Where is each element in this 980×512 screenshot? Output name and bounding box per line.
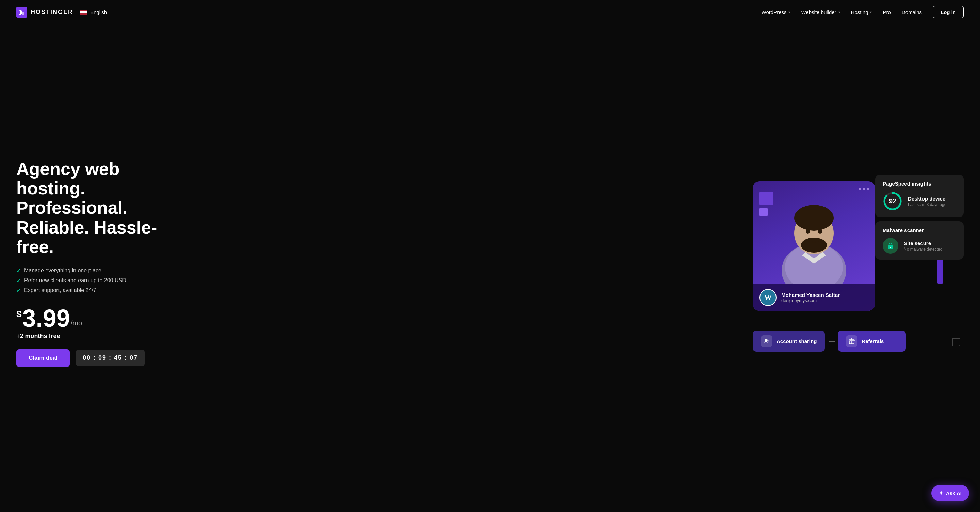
- svg-point-13: [765, 339, 767, 341]
- connector-line-v2: [959, 338, 960, 365]
- hero-title: Agency web hosting. Professional. Reliab…: [16, 160, 193, 257]
- check-icon: ✓: [16, 278, 21, 284]
- account-sharing-label: Account sharing: [776, 338, 817, 344]
- malware-card: Malware scanner Site secure No malware d…: [875, 221, 964, 260]
- connector-line-v1: [959, 256, 960, 276]
- malware-sub: No malware detected: [904, 247, 942, 252]
- chevron-down-icon: ▾: [870, 10, 872, 14]
- price-main: $ 3.99 /mo: [16, 306, 193, 330]
- hero-section: Agency web hosting. Professional. Reliab…: [0, 24, 980, 509]
- logo[interactable]: HOSTINGER: [16, 7, 73, 18]
- svg-point-12: [890, 247, 891, 248]
- malware-content: Site secure No malware detected: [883, 238, 956, 254]
- login-button[interactable]: Log in: [933, 6, 964, 18]
- flag-icon: [80, 10, 88, 15]
- last-scan-label: Last scan 3 days ago: [908, 202, 946, 207]
- price-block: $ 3.99 /mo +2 months free: [16, 306, 193, 340]
- cta-row: Claim deal 00 : 09 : 45 : 07: [16, 349, 193, 367]
- profile-url: designbymys.com: [781, 298, 840, 303]
- language-label: English: [90, 9, 107, 15]
- price-dollar: $: [16, 309, 22, 320]
- person-svg: [776, 192, 851, 284]
- score-circle: 92: [883, 191, 902, 211]
- profile-card: W Mohamed Yaseen Sattar designbymys.com: [753, 182, 875, 311]
- ask-ai-button[interactable]: ✦ Ask AI: [931, 485, 969, 501]
- wp-icon: W: [764, 293, 772, 302]
- sparkle-icon: ✦: [939, 490, 943, 496]
- device-label: Desktop device: [908, 196, 946, 201]
- nav-right: WordPress ▾ Website builder ▾ Hosting ▾ …: [762, 6, 964, 18]
- svg-point-14: [767, 340, 769, 341]
- malware-title: Malware scanner: [883, 227, 956, 233]
- referrals-icon: [846, 335, 858, 347]
- check-icon: ✓: [16, 287, 21, 294]
- gift-icon: [849, 338, 855, 344]
- pagespeed-desc: Desktop device Last scan 3 days ago: [908, 196, 946, 207]
- people-icon: [764, 338, 770, 344]
- profile-name: Mohamed Yaseen Sattar: [781, 292, 840, 298]
- pagespeed-title: PageSpeed insights: [883, 181, 956, 187]
- chevron-down-icon: ▾: [788, 10, 790, 14]
- hero-visual: W Mohamed Yaseen Sattar designbymys.com …: [753, 175, 964, 352]
- price-unit: /mo: [71, 319, 82, 327]
- feature-item-3: ✓ Expert support, available 24/7: [16, 287, 193, 294]
- svg-point-8: [818, 230, 822, 233]
- ask-ai-label: Ask AI: [946, 490, 962, 496]
- nav-item-hosting[interactable]: Hosting ▾: [851, 9, 872, 15]
- navbar: HOSTINGER English WordPress ▾ Website bu…: [0, 0, 980, 24]
- wordpress-logo: W: [759, 289, 776, 306]
- hero-left: Agency web hosting. Professional. Reliab…: [16, 160, 193, 367]
- nav-left: HOSTINGER English: [16, 7, 107, 18]
- price-number: 3.99: [22, 306, 70, 330]
- check-icon: ✓: [16, 268, 21, 274]
- account-sharing-icon: [761, 335, 772, 347]
- svg-rect-16: [849, 340, 854, 341]
- svg-point-5: [794, 205, 834, 231]
- nav-item-wordpress[interactable]: WordPress ▾: [762, 9, 791, 15]
- language-selector[interactable]: English: [80, 9, 107, 15]
- pagespeed-card: PageSpeed insights 92 Desktop device Las…: [875, 175, 964, 217]
- insights-stack: PageSpeed insights 92 Desktop device Las…: [875, 175, 964, 260]
- malware-status: Site secure: [904, 240, 942, 246]
- logo-text: HOSTINGER: [30, 8, 73, 16]
- referrals-card[interactable]: Referrals: [838, 330, 906, 352]
- account-sharing-card[interactable]: Account sharing: [753, 330, 825, 352]
- pagespeed-content: 92 Desktop device Last scan 3 days ago: [883, 191, 956, 211]
- nav-item-website-builder[interactable]: Website builder ▾: [801, 9, 840, 15]
- feature-item-1: ✓ Manage everything in one place: [16, 268, 193, 274]
- nav-item-pro[interactable]: Pro: [883, 9, 891, 15]
- bottom-cards-row: Account sharing — Referrals: [753, 330, 906, 352]
- nav-item-domains[interactable]: Domains: [902, 9, 922, 15]
- person-illustration: [753, 189, 875, 284]
- score-value: 92: [889, 198, 896, 205]
- profile-info: Mohamed Yaseen Sattar designbymys.com: [781, 292, 840, 303]
- profile-bottom: W Mohamed Yaseen Sattar designbymys.com: [753, 284, 875, 311]
- malware-desc: Site secure No malware detected: [904, 240, 942, 252]
- connector-dash: —: [829, 338, 835, 345]
- chevron-down-icon: ▾: [838, 10, 840, 14]
- referrals-label: Referrals: [862, 338, 884, 344]
- connector-box: [952, 338, 960, 346]
- svg-point-7: [806, 230, 810, 233]
- price-extra: +2 months free: [16, 333, 193, 340]
- claim-deal-button[interactable]: Claim deal: [16, 349, 70, 367]
- lock-icon: [887, 242, 894, 250]
- countdown-timer: 00 : 09 : 45 : 07: [76, 349, 145, 366]
- features-list: ✓ Manage everything in one place ✓ Refer…: [16, 268, 193, 294]
- feature-item-2: ✓ Refer new clients and earn up to 200 U…: [16, 278, 193, 284]
- svg-point-6: [801, 238, 827, 253]
- malware-icon: [883, 238, 898, 254]
